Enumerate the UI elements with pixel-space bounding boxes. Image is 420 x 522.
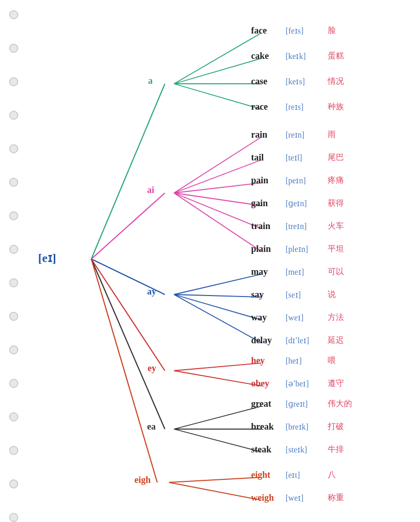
branch-ea-label: ea: [147, 421, 156, 432]
word-entry-cake: cake [keɪk] 蛋糕: [251, 51, 344, 61]
svg-line-16: [174, 274, 261, 295]
word-entry-case: case [keɪs] 情况: [251, 76, 344, 87]
word-steak: steak: [251, 444, 282, 455]
chinese-obey: 遵守: [328, 378, 344, 389]
chinese-face: 脸: [328, 25, 336, 36]
svg-line-20: [174, 363, 261, 371]
phonetic-say: [seɪ]: [286, 290, 324, 300]
svg-line-18: [174, 295, 261, 320]
word-entry-way: way [weɪ] 方法: [251, 312, 344, 323]
phonetic-train: [treɪn]: [286, 221, 324, 231]
word-tail: tail: [251, 152, 282, 163]
word-rain: rain: [251, 129, 282, 140]
svg-line-3: [91, 259, 165, 371]
word-cake: cake: [251, 51, 282, 61]
word-way: way: [251, 312, 282, 323]
phonetic-rain: [reɪn]: [286, 130, 324, 140]
svg-line-22: [174, 406, 261, 429]
root-node-label: [eɪ]: [38, 251, 56, 265]
chinese-hey: 喂: [328, 355, 336, 366]
svg-line-6: [174, 33, 261, 84]
word-delay: delay: [251, 335, 282, 346]
svg-line-17: [174, 295, 261, 297]
svg-line-21: [174, 371, 261, 386]
word-say: say: [251, 289, 282, 300]
word-plain: plain: [251, 244, 282, 254]
word-entry-pain: pain [peɪn] 疼痛: [251, 175, 344, 186]
branch-ey-label: ey: [148, 363, 156, 374]
svg-line-4: [91, 259, 165, 429]
phonetic-way: [weɪ]: [286, 313, 324, 322]
word-obey: obey: [251, 378, 282, 389]
word-hey: hey: [251, 355, 282, 366]
phonetic-break: [breɪk]: [286, 422, 324, 432]
branch-a-label: a: [148, 76, 153, 86]
chinese-way: 方法: [328, 312, 344, 323]
chinese-say: 说: [328, 289, 336, 300]
chinese-rain: 雨: [328, 129, 336, 140]
word-entry-steak: steak [steɪk] 牛排: [251, 444, 344, 455]
svg-line-24: [174, 429, 261, 452]
word-entry-great: great [ɡreɪt] 伟大的: [251, 399, 352, 409]
word-entry-train: train [treɪn] 火车: [251, 221, 344, 232]
word-pain: pain: [251, 175, 282, 186]
word-break: break: [251, 421, 282, 432]
word-entry-eight: eight [eɪt] 八: [251, 470, 336, 480]
word-entry-tail: tail [teɪl] 尾巴: [251, 152, 344, 163]
notebook-page: [eɪ] a ai ay ey ea eigh face [feɪs] 脸 ca…: [0, 0, 420, 522]
word-entry-race: race [reɪs] 种族: [251, 102, 344, 112]
word-case: case: [251, 76, 282, 87]
phonetic-delay: [dɪˈleɪ]: [286, 336, 324, 345]
phonetic-hey: [heɪ]: [286, 356, 324, 366]
chinese-great: 伟大的: [328, 399, 352, 409]
chinese-gain: 获得: [328, 198, 344, 209]
chinese-may: 可以: [328, 267, 344, 277]
chinese-plain: 平坦: [328, 244, 344, 254]
phonetic-race: [reɪs]: [286, 102, 324, 112]
tree-diagram: [0, 0, 420, 522]
svg-line-14: [174, 193, 261, 229]
branch-eigh-label: eigh: [134, 475, 151, 485]
svg-line-26: [169, 482, 261, 500]
svg-line-7: [174, 58, 261, 84]
phonetic-eight: [eɪt]: [286, 470, 324, 480]
chinese-break: 打破: [328, 421, 344, 432]
phonetic-face: [feɪs]: [286, 26, 324, 36]
word-weigh: weigh: [251, 493, 282, 503]
word-train: train: [251, 221, 282, 232]
word-race: race: [251, 102, 282, 112]
word-may: may: [251, 267, 282, 277]
word-entry-break: break [breɪk] 打破: [251, 421, 344, 432]
word-entry-may: may [meɪ] 可以: [251, 267, 344, 277]
word-entry-obey: obey [əˈbeɪ] 遵守: [251, 378, 344, 389]
phonetic-may: [meɪ]: [286, 267, 324, 277]
svg-line-0: [91, 84, 165, 259]
svg-line-19: [174, 295, 261, 343]
svg-line-9: [174, 84, 261, 109]
chinese-cake: 蛋糕: [328, 51, 344, 61]
chinese-eight: 八: [328, 470, 336, 480]
branch-ai-label: ai: [147, 185, 154, 195]
svg-line-13: [174, 193, 261, 206]
word-entry-plain: plain [pleɪn] 平坦: [251, 244, 344, 254]
phonetic-weigh: [weɪ]: [286, 493, 324, 503]
word-entry-rain: rain [reɪn] 雨: [251, 129, 336, 140]
phonetic-gain: [ɡeɪn]: [286, 199, 324, 208]
svg-line-25: [169, 477, 261, 482]
chinese-race: 种族: [328, 102, 344, 112]
phonetic-steak: [steɪk]: [286, 445, 324, 454]
svg-line-15: [174, 193, 261, 251]
phonetic-great: [ɡreɪt]: [286, 399, 324, 409]
word-entry-face: face [feɪs] 脸: [251, 25, 336, 36]
word-entry-say: say [seɪ] 说: [251, 289, 336, 300]
chinese-delay: 延迟: [328, 335, 344, 346]
phonetic-case: [keɪs]: [286, 77, 324, 86]
svg-line-1: [91, 193, 165, 259]
chinese-train: 火车: [328, 221, 344, 232]
chinese-case: 情况: [328, 76, 344, 87]
word-great: great: [251, 399, 282, 409]
chinese-tail: 尾巴: [328, 152, 344, 163]
word-entry-gain: gain [ɡeɪn] 获得: [251, 198, 344, 209]
word-entry-hey: hey [heɪ] 喂: [251, 355, 336, 366]
word-entry-delay: delay [dɪˈleɪ] 延迟: [251, 335, 344, 346]
